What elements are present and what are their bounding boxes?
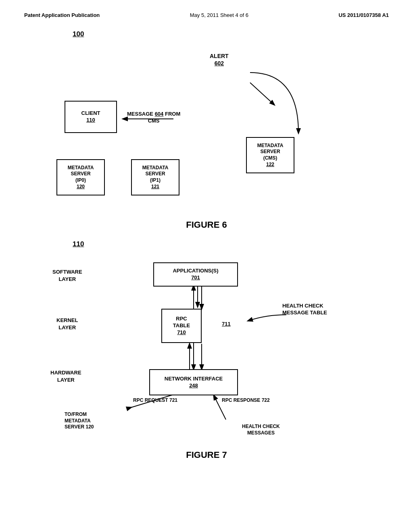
to-from-label: TO/FROM METADATA SERVER 120 xyxy=(65,411,94,430)
rpc-request-label: RPC REQUEST 721 xyxy=(133,397,177,404)
page: Patent Application Publication May 5, 20… xyxy=(0,0,413,532)
meta1-box: METADATA SERVER (IP1) 121 xyxy=(131,159,179,195)
kernel-layer-label: KERNEL LAYER xyxy=(56,317,78,331)
network-interface-box: NETWORK INTERFACE 248 xyxy=(149,369,238,395)
alert-label: ALERT 602 xyxy=(210,52,229,67)
rpc-table-box: RPC TABLE 710 xyxy=(161,309,202,343)
meta0-box: METADATA SERVER (IP0) 120 xyxy=(56,159,105,195)
figure7-caption: FIGURE 7 xyxy=(24,450,389,460)
applications-box: APPLICATIONS(S) 701 xyxy=(153,262,238,287)
message-label: MESSAGE 604 FROM CMS xyxy=(127,111,180,125)
svg-line-0 xyxy=(250,83,274,105)
figure6-diagram: ALERT 602 CLIENT 110 MESSAGE 604 FROM CM… xyxy=(24,40,389,214)
figure6-caption: FIGURE 6 xyxy=(24,220,389,230)
health-check-messages-label: HEALTH CHECK MESSAGES xyxy=(242,424,280,436)
fig7-top-label: 110 xyxy=(73,240,84,248)
fig6-top-label: 100 xyxy=(73,30,84,38)
header-publication: Patent Application Publication xyxy=(24,12,100,18)
health-check-msg-table: HEALTH CHECK MESSAGE TABLE xyxy=(282,303,327,316)
header: Patent Application Publication May 5, 20… xyxy=(24,12,389,18)
figure7-diagram: SOFTWARE LAYER KERNEL LAYER HARDWARE LAY… xyxy=(24,250,389,444)
software-layer-label: SOFTWARE LAYER xyxy=(52,268,82,283)
header-patent-number: US 2011/0107358 A1 xyxy=(338,12,389,18)
hardware-layer-label: HARDWARE LAYER xyxy=(50,369,81,384)
health-table-ref: 711 xyxy=(222,321,231,327)
meta2-box: METADATA SERVER (CMS) 122 xyxy=(246,137,294,173)
client-box: CLIENT 110 xyxy=(65,101,117,133)
header-date-sheet: May 5, 2011 Sheet 4 of 6 xyxy=(190,12,248,18)
rpc-response-label: RPC RESPONSE 722 xyxy=(222,397,270,404)
